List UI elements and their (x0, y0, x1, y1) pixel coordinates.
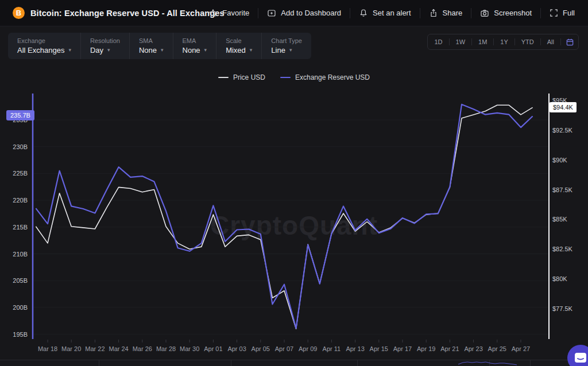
control-label: Scale (226, 37, 252, 44)
control-resolution[interactable]: ResolutionDay▾ (80, 33, 129, 59)
right-axis-tick-label: $87.5K (552, 186, 572, 194)
chart-title-group: B Bitcoin: Exchange Reserve USD - All Ex… (0, 7, 225, 19)
left-axis-tick-label: 225B (7, 169, 28, 177)
action-label: Screenshot (494, 9, 532, 17)
range-all-button[interactable]: All (541, 35, 560, 49)
selected-value: Day (90, 46, 103, 54)
left-axis-tick-label: 210B (7, 250, 28, 258)
left-axis-tick-label: 230B (7, 143, 28, 151)
header-actions: FavoriteAdd to DashboardSet an alertShar… (200, 0, 583, 26)
control-value: Line▾ (271, 46, 302, 54)
control-value: All Exchanges▾ (17, 46, 71, 54)
action-label: Add to Dashboard (281, 9, 341, 17)
left-axis-tick-label: 205B (7, 277, 28, 285)
range-1m-button[interactable]: 1M (472, 35, 493, 49)
control-ema[interactable]: EMANone▾ (173, 33, 216, 59)
chevron-down-icon: ▾ (161, 48, 164, 53)
chart-legend: Price USDExchange Reserve USD (0, 73, 588, 81)
control-value: Day▾ (90, 46, 120, 54)
bell-icon (359, 9, 368, 18)
chevron-down-icon: ▾ (107, 48, 110, 53)
fullscreen-icon (550, 9, 558, 17)
legend-label: Exchange Reserve USD (295, 73, 370, 81)
x-axis-tick-label: Apr 27 (506, 345, 535, 352)
legend-dash (218, 77, 229, 78)
time-range-selector: 1D1W1M1YYTDAll (427, 34, 579, 50)
control-value: None▾ (139, 46, 164, 54)
range-1d-button[interactable]: 1D (428, 35, 448, 49)
selected-value: Line (271, 46, 285, 54)
action-label: Share (443, 9, 463, 17)
bitcoin-icon: B (13, 7, 25, 19)
right-axis-tick-label: $77.5K (552, 305, 572, 313)
screenshot-button[interactable]: Screenshot (471, 9, 540, 18)
page-title: Bitcoin: Exchange Reserve USD - All Exch… (30, 9, 225, 18)
right-axis-tick-label: $85K (552, 215, 567, 223)
share-button[interactable]: Share (420, 9, 471, 18)
action-label: Favorite (222, 9, 249, 17)
favorite-button[interactable]: Favorite (200, 9, 258, 18)
set-an-alert-button[interactable]: Set an alert (350, 9, 420, 18)
share-icon (429, 9, 438, 18)
range-ytd-button[interactable]: YTD (515, 35, 540, 49)
right-axis-tick-label: $92.5K (552, 126, 572, 134)
series-price-usd (36, 105, 532, 329)
control-label: SMA (139, 37, 164, 44)
control-label: EMA (183, 37, 207, 44)
legend-item-exchange-reserve-usd[interactable]: Exchange Reserve USD (280, 73, 370, 81)
selected-value: Mixed (226, 46, 246, 54)
right-axis-tick-label: $82.5K (552, 245, 572, 253)
left-axis-tick-label: 220B (7, 196, 28, 204)
navigator-sparkline (0, 360, 588, 366)
left-axis-tick-label: 200B (7, 303, 28, 312)
action-label: Set an alert (373, 9, 411, 17)
chart-controls-bar: ExchangeAll Exchanges▾ResolutionDay▾SMAN… (8, 33, 311, 59)
chevron-down-icon: ▾ (204, 48, 207, 53)
control-label: Exchange (17, 37, 71, 44)
selected-value: All Exchanges (17, 46, 64, 54)
control-value: Mixed▾ (226, 46, 252, 54)
control-label: Resolution (90, 37, 120, 44)
right-axis-tick-label: $80K (552, 275, 567, 283)
right-axis-tick-label: $90K (552, 156, 567, 164)
chevron-down-icon: ▾ (250, 48, 253, 53)
chat-icon (574, 352, 587, 364)
selected-value: None (139, 46, 157, 54)
selected-value: None (183, 46, 200, 54)
camera-icon (480, 9, 489, 18)
top-bar: B Bitcoin: Exchange Reserve USD - All Ex… (0, 0, 588, 26)
legend-item-price-usd[interactable]: Price USD (218, 73, 265, 81)
control-chart-type[interactable]: Chart TypeLine▾ (261, 33, 311, 59)
calendar-icon (566, 38, 574, 46)
control-sma[interactable]: SMANone▾ (129, 33, 173, 59)
range-1w-button[interactable]: 1W (450, 35, 472, 49)
calendar-date-picker-button[interactable] (561, 35, 578, 49)
left-axis-tick-label: 215B (7, 223, 28, 231)
folder-plus-icon (267, 9, 276, 18)
legend-dash (280, 77, 291, 78)
control-value: None▾ (183, 46, 207, 54)
legend-label: Price USD (233, 73, 265, 81)
chevron-down-icon: ▾ (289, 48, 292, 53)
range-1y-button[interactable]: 1Y (494, 35, 514, 49)
chevron-down-icon: ▾ (68, 48, 71, 53)
add-to-dashboard-button[interactable]: Add to Dashboard (258, 9, 350, 18)
reserve-current-value-badge: 235.7B (6, 110, 34, 120)
star-icon (208, 9, 218, 18)
control-label: Chart Type (271, 37, 302, 44)
price-current-value-badge: $94.4K (550, 102, 577, 112)
action-label: Full (563, 9, 575, 17)
control-scale[interactable]: ScaleMixed▾ (216, 33, 261, 59)
full-button[interactable]: Full (541, 9, 583, 17)
control-exchange[interactable]: ExchangeAll Exchanges▾ (8, 33, 80, 59)
left-axis-tick-label: 195B (7, 330, 28, 338)
